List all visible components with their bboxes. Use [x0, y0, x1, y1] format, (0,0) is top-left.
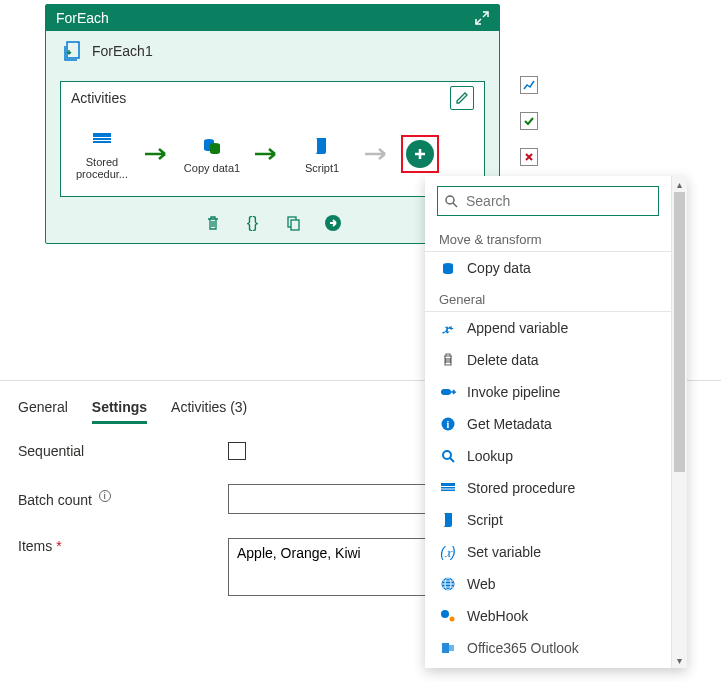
svg-point-13 — [446, 196, 454, 204]
copy-icon[interactable] — [283, 213, 303, 233]
svg-rect-21 — [441, 483, 455, 486]
card-name-row: ForEach1 — [46, 31, 499, 71]
status-check-icon[interactable] — [520, 112, 538, 130]
section-move-transform: Move & transform — [425, 228, 671, 252]
activity-picker-popup: Move & transform Copy data General 𝑥+ Ap… — [425, 176, 687, 668]
menu-copy-data[interactable]: Copy data — [425, 252, 671, 284]
braces-icon[interactable]: {} — [243, 213, 263, 233]
menu-delete-data[interactable]: Delete data — [425, 344, 671, 376]
foreach-icon — [60, 39, 84, 63]
card-header: ForEach — [46, 5, 499, 31]
stored-procedure-icon — [439, 479, 457, 497]
collapse-icon[interactable] — [475, 11, 489, 25]
activity-copy-data[interactable]: Copy data1 — [181, 134, 243, 174]
status-chart-icon[interactable] — [520, 76, 538, 94]
svg-point-26 — [441, 610, 449, 618]
svg-point-20 — [443, 451, 451, 459]
svg-point-27 — [450, 617, 455, 622]
add-activity-highlight — [401, 135, 439, 173]
copy-data-icon — [200, 134, 224, 158]
search-icon — [439, 447, 457, 465]
pipeline-icon — [439, 383, 457, 401]
menu-append-variable[interactable]: 𝑥+ Append variable — [425, 312, 671, 344]
outlook-icon — [439, 639, 457, 657]
svg-rect-17 — [441, 389, 451, 395]
menu-web[interactable]: Web — [425, 568, 671, 600]
activity-flow: Stored procedur... Copy data1 — [71, 128, 474, 186]
menu-label: Delete data — [467, 352, 539, 368]
sequential-checkbox[interactable] — [228, 442, 246, 460]
copy-data-icon — [439, 259, 457, 277]
svg-rect-28 — [442, 643, 449, 653]
delete-icon — [439, 351, 457, 369]
activity-label: Script1 — [305, 162, 339, 174]
search-input[interactable] — [437, 186, 659, 216]
menu-label: Script — [467, 512, 503, 528]
script-icon — [439, 511, 457, 529]
stored-procedure-icon — [90, 128, 114, 152]
run-icon[interactable] — [323, 213, 343, 233]
sequential-label: Sequential — [18, 443, 228, 459]
activity-label: Stored procedur... — [71, 156, 133, 180]
menu-label: Copy data — [467, 260, 531, 276]
menu-label: Web — [467, 576, 496, 592]
menu-label: Lookup — [467, 448, 513, 464]
menu-get-metadata[interactable]: i Get Metadata — [425, 408, 671, 440]
tab-general[interactable]: General — [18, 393, 68, 424]
script-icon — [310, 134, 334, 158]
menu-webhook[interactable]: WebHook — [425, 600, 671, 632]
menu-office365-outlook[interactable]: Office365 Outlook — [425, 632, 671, 664]
activity-label: Copy data1 — [184, 162, 240, 174]
info-circle-icon: i — [439, 415, 457, 433]
svg-rect-23 — [441, 490, 455, 492]
menu-invoke-pipeline[interactable]: Invoke pipeline — [425, 376, 671, 408]
status-error-icon[interactable] — [520, 148, 538, 166]
delete-icon[interactable] — [203, 213, 223, 233]
next-arrow-icon — [363, 147, 391, 161]
activity-script[interactable]: Script1 — [291, 134, 353, 174]
webhook-icon — [439, 607, 457, 625]
svg-point-16 — [443, 270, 453, 274]
activities-label: Activities — [71, 90, 126, 106]
svg-rect-29 — [449, 645, 454, 651]
search-icon — [444, 194, 458, 208]
menu-label: Append variable — [467, 320, 568, 336]
menu-label: Set variable — [467, 544, 541, 560]
svg-rect-1 — [93, 133, 111, 137]
edit-activities-button[interactable] — [450, 86, 474, 110]
svg-point-9 — [210, 150, 220, 154]
append-variable-icon: 𝑥+ — [439, 319, 457, 337]
required-asterisk: * — [56, 538, 61, 554]
svg-rect-3 — [93, 141, 111, 143]
menu-stored-procedure[interactable]: Stored procedure — [425, 472, 671, 504]
menu-label: Get Metadata — [467, 416, 552, 432]
section-general: General — [425, 288, 671, 312]
menu-set-variable[interactable]: (𝑥) Set variable — [425, 536, 671, 568]
add-activity-button[interactable] — [406, 140, 434, 168]
menu-label: Office365 Outlook — [467, 640, 579, 656]
menu-label: Invoke pipeline — [467, 384, 560, 400]
svg-text:i: i — [447, 419, 450, 430]
menu-script[interactable]: Script — [425, 504, 671, 536]
success-arrow-icon — [143, 147, 171, 161]
scroll-up-icon[interactable]: ▴ — [672, 176, 687, 192]
activity-stored-procedure[interactable]: Stored procedur... — [71, 128, 133, 180]
tab-activities[interactable]: Activities (3) — [171, 393, 247, 424]
side-status-icons — [520, 76, 538, 166]
items-label: Items * — [18, 538, 228, 554]
batch-count-label: Batch count i — [18, 490, 228, 508]
svg-rect-11 — [291, 220, 299, 230]
scroll-thumb[interactable] — [674, 192, 685, 472]
set-variable-icon: (𝑥) — [439, 543, 457, 561]
scroll-down-icon[interactable]: ▾ — [672, 652, 687, 668]
popup-scrollbar[interactable]: ▴ ▾ — [671, 176, 687, 668]
menu-lookup[interactable]: Lookup — [425, 440, 671, 472]
svg-rect-2 — [93, 138, 111, 140]
card-name: ForEach1 — [92, 43, 153, 59]
globe-icon — [439, 575, 457, 593]
svg-rect-22 — [441, 487, 455, 489]
activity-picker-list: Move & transform Copy data General 𝑥+ Ap… — [425, 176, 671, 668]
tab-settings[interactable]: Settings — [92, 393, 147, 424]
info-icon[interactable]: i — [99, 490, 111, 502]
activities-container: Activities Stored procedur... — [60, 81, 485, 197]
